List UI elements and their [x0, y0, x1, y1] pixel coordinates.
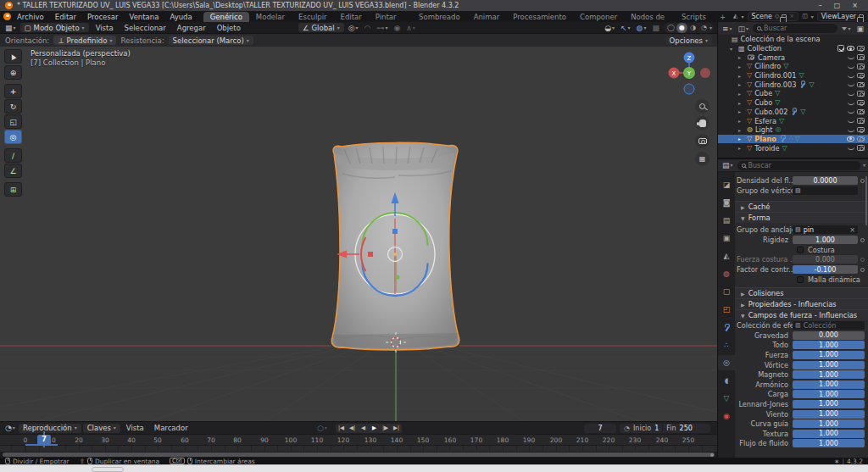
new-collection-button[interactable]: ▣ — [854, 25, 865, 33]
tab-modelar[interactable]: Modelar — [249, 12, 292, 22]
object-type-visibility-dropdown[interactable]: ◒▾ — [603, 24, 616, 32]
outliner-row-scene-collection[interactable]: ▤ Colección de la escena — [718, 35, 868, 44]
render-visibility-icon[interactable] — [857, 64, 865, 69]
force-slider[interactable]: 1.000 — [793, 390, 865, 398]
render-visibility-icon[interactable] — [857, 100, 865, 106]
tab-scripts[interactable]: Scripts — [675, 12, 713, 22]
rotate-tool-button[interactable]: ↻ — [4, 99, 22, 114]
expand-icon[interactable]: ▸ — [738, 81, 744, 87]
eye-open-icon[interactable] — [847, 46, 854, 52]
render-visibility-icon[interactable] — [857, 73, 865, 79]
gizmo-z-neg-ball[interactable] — [684, 84, 694, 94]
force-slider[interactable]: 1.000 — [793, 410, 865, 419]
3d-cursor-tool-button[interactable]: ⊕ — [4, 65, 22, 80]
select-box-tool-button[interactable]: ▲ — [4, 49, 22, 64]
expand-icon[interactable]: ▾ — [730, 46, 736, 52]
weights-panel-header[interactable]: ▶Propiedades - Influencias — [735, 298, 868, 309]
outliner-row-cilindro[interactable]: ▸▽ Cilindro ▽ — [718, 62, 868, 71]
shading-rendered-button[interactable]: ◔ — [698, 23, 709, 33]
dynamic-mesh-checkbox[interactable] — [797, 276, 804, 283]
view-layer-selector[interactable]: ViewLayer — [817, 12, 868, 21]
timeline-menu-vista[interactable]: Vista — [122, 424, 148, 432]
previous-keyframe-button[interactable]: ◀| — [347, 424, 358, 433]
force-slider[interactable]: 0.000 — [793, 331, 865, 340]
force-slider[interactable]: 1.000 — [793, 400, 865, 408]
gizmo-x-neg-ball[interactable] — [700, 68, 710, 78]
scale-tool-button[interactable]: ◱ — [4, 114, 22, 129]
expand-icon[interactable]: ▸ — [738, 54, 744, 60]
sewing-checkbox[interactable] — [797, 247, 804, 253]
shape-panel-header[interactable]: ▼Forma — [735, 212, 868, 223]
render-visibility-icon[interactable] — [857, 109, 865, 115]
timeline-editor-type-dropdown[interactable]: ◔▾ — [3, 424, 17, 432]
expand-icon[interactable]: ▸ — [738, 136, 744, 142]
eye-closed-icon[interactable] — [848, 119, 854, 123]
collection-checkbox-icon[interactable] — [837, 45, 844, 52]
properties-search[interactable] — [737, 161, 860, 170]
scene-selector[interactable]: Scene ◇ × — [748, 12, 799, 21]
new-scene-icon[interactable] — [782, 14, 787, 19]
expand-icon[interactable]: ▸ — [738, 145, 744, 151]
render-visibility-icon[interactable] — [857, 136, 865, 142]
cache-panel-header[interactable]: ▶Caché — [735, 201, 868, 212]
close-button[interactable]: × — [852, 2, 858, 9]
outliner-display-mode-dropdown[interactable]: ≡▾ — [721, 25, 734, 33]
keying-dropdown[interactable]: Claves▾ — [83, 424, 120, 433]
tab-output[interactable]: ▤ — [718, 213, 735, 228]
menu-archivo[interactable]: Archivo — [12, 13, 49, 21]
animate-dot-icon[interactable] — [860, 258, 865, 262]
add-cube-tool-button[interactable]: ⊞ — [4, 182, 22, 197]
eye-closed-icon[interactable] — [848, 109, 854, 114]
menu-ayuda[interactable]: Ayuda — [164, 13, 197, 21]
scene-browse-chevron[interactable]: ▾ — [742, 14, 744, 19]
force-fields-panel-header[interactable]: ▼Campos de fuerza - Influencias — [735, 309, 868, 320]
tab-world[interactable]: ◍ — [718, 266, 735, 281]
snap-magnet-toggle[interactable]: ◠ — [363, 24, 373, 32]
force-slider[interactable]: 1.000 — [793, 370, 865, 379]
mode-dropdown[interactable]: ▢Modo Objeto▾ — [20, 23, 89, 32]
tab-componer[interactable]: Componer — [573, 12, 624, 22]
move-tool-button[interactable]: + — [4, 84, 22, 98]
gizmo-x-handle[interactable] — [368, 252, 373, 257]
current-frame-field[interactable]: 7 — [584, 424, 616, 433]
menu-seleccionar[interactable]: Seleccionar — [120, 24, 170, 32]
tab-constraints[interactable]: ◖ — [718, 373, 735, 388]
force-slider[interactable]: 1.000 — [793, 361, 865, 369]
outliner-row-cubo[interactable]: ▸▽ Cubo ▽ — [718, 98, 868, 108]
navigation-gizmo[interactable]: Z X Y — [666, 50, 712, 96]
frame-range-field[interactable]: ◔ Inicio 1 Fin 250 — [620, 424, 710, 433]
tab-generico[interactable]: Genérico — [203, 12, 249, 22]
menu-objeto[interactable]: Objeto — [213, 24, 245, 32]
menu-ventana[interactable]: Ventana — [124, 13, 164, 21]
tab-view-layer[interactable]: ▣ — [718, 230, 735, 246]
eye-closed-icon[interactable] — [848, 64, 854, 69]
animate-dot-icon[interactable] — [860, 268, 865, 272]
view-layer-icon[interactable]: ◫ — [802, 14, 808, 19]
properties-scrollbar[interactable] — [865, 176, 867, 225]
tab-object-data[interactable]: ▽ — [718, 391, 735, 406]
menu-vista[interactable]: Vista — [92, 24, 118, 32]
menu-procesar[interactable]: Procesar — [82, 13, 124, 21]
outliner-search-input[interactable] — [764, 25, 833, 32]
properties-editor-type-dropdown[interactable]: ▤▾ — [721, 161, 735, 169]
outliner-row-esfera[interactable]: ▸▽ Esfera ▽ — [718, 116, 868, 125]
render-visibility-icon[interactable] — [857, 91, 865, 97]
3d-viewport[interactable]: Personalizada (perspectiva) [7] Collecti… — [0, 47, 717, 421]
new-view-layer-icon[interactable] — [859, 14, 864, 19]
expand-icon[interactable]: ▸ — [738, 64, 744, 69]
outliner-row-toroide[interactable]: ▸▽ Toroide ▽ — [718, 143, 868, 153]
force-slider[interactable]: 1.000 — [793, 430, 865, 438]
properties-options-chevron[interactable]: ▾ — [863, 163, 865, 168]
outliner-row-collection[interactable]: ▾▥ Collection — [718, 44, 868, 53]
menu-editar[interactable]: Editar — [50, 13, 81, 21]
proportional-falloff-dropdown[interactable]: ∧▾ — [404, 24, 417, 32]
animate-dot-icon[interactable] — [860, 179, 865, 183]
pan-button[interactable] — [695, 116, 709, 130]
outliner-row-light[interactable]: ▸◍ Light ◎ — [718, 125, 868, 135]
shading-material-button[interactable]: ◑ — [687, 23, 698, 33]
eye-closed-icon[interactable] — [848, 92, 854, 96]
force-slider[interactable]: 1.000 — [793, 439, 865, 447]
outliner-row-cubo-002[interactable]: ▸▽ Cubo.002 ▽ — [718, 108, 868, 117]
playhead-frame-badge[interactable]: 7 — [37, 435, 51, 445]
play-reverse-button[interactable]: ◀ — [358, 424, 369, 433]
